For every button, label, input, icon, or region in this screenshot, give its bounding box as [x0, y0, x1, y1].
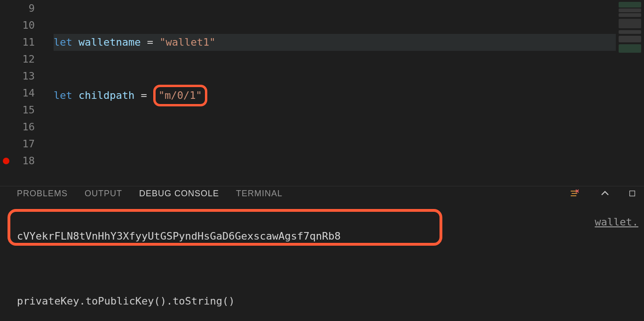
code-line[interactable]: let walletname = "wallet1" — [54, 34, 616, 51]
debug-console-body[interactable]: cVYekrFLN8tVnHhY3XfyyUtGSPyndHsGaD6Gexsc… — [0, 201, 644, 321]
svg-rect-5 — [630, 191, 635, 196]
identifier: childpath — [79, 89, 134, 101]
more-icon — [629, 189, 636, 198]
code-editor[interactable]: 9 10 11 12 13 14 15 16 17 18 let walletn… — [0, 0, 644, 186]
identifier: walletname — [79, 36, 141, 48]
code-line[interactable]: let childpath = "m/0/1" — [54, 85, 616, 102]
chevron-up-icon[interactable] — [598, 186, 612, 201]
panel-tabs: PROBLEMS OUTPUT DEBUG CONSOLE TERMINAL — [0, 186, 644, 201]
minimap[interactable] — [616, 0, 644, 186]
console-output-line: cVYekrFLN8tVnHhY3XfyyUtGSPyndHsGaD6Gexsc… — [17, 228, 630, 245]
tab-output[interactable]: OUTPUT — [85, 189, 122, 199]
tab-debug-console[interactable]: DEBUG CONSOLE — [139, 189, 219, 199]
string-literal: "m/0/1" — [158, 89, 202, 101]
keyword: let — [54, 89, 72, 101]
console-input-line: privateKey.toPublicKey().toString() — [17, 293, 630, 310]
tab-terminal[interactable]: TERMINAL — [236, 189, 283, 199]
tab-problems[interactable]: PROBLEMS — [17, 189, 68, 199]
more-icon[interactable] — [629, 186, 636, 201]
chevron-up-icon — [601, 189, 609, 198]
operator: = — [141, 36, 159, 48]
string-literal: "wallet1" — [159, 36, 215, 48]
highlight-annotation: "m/0/1" — [153, 85, 207, 106]
code-line[interactable] — [54, 136, 616, 152]
keyword: let — [54, 36, 72, 48]
breakpoint-gutter[interactable] — [0, 0, 8, 186]
operator: = — [134, 89, 153, 101]
clear-all-icon — [569, 189, 579, 198]
code-content[interactable]: let walletname = "wallet1" let childpath… — [47, 0, 616, 186]
breakpoint-icon[interactable] — [3, 158, 9, 164]
bottom-panel: PROBLEMS OUTPUT DEBUG CONSOLE TERMINAL c… — [0, 186, 644, 321]
source-reference-link[interactable]: wallet. — [595, 214, 638, 231]
clear-all-icon[interactable] — [567, 186, 581, 201]
